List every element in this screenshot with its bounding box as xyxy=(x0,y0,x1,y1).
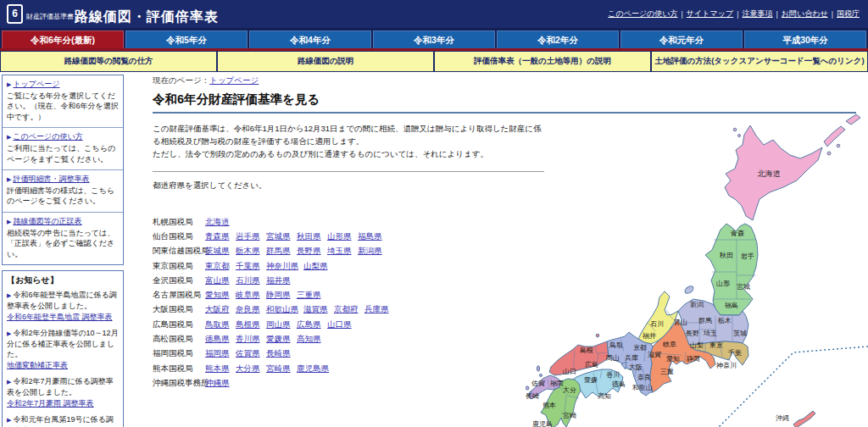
map-label: 長野 xyxy=(685,330,699,337)
map-label: 埼玉 xyxy=(703,330,717,337)
notice-link[interactable]: 令和2年7月豪雨 調整率表 xyxy=(7,399,94,408)
pref-link[interactable]: 滋賀県 xyxy=(303,304,329,315)
pref-link[interactable]: 岩手県 xyxy=(236,231,261,242)
map-label: 大分 xyxy=(563,386,576,394)
sidebar-nav-link[interactable]: このページの使い方 xyxy=(13,132,82,141)
sidebar-nav-link[interactable]: 評価明細書・調整率表 xyxy=(13,175,89,183)
pref-link[interactable]: 福岡県 xyxy=(205,348,231,359)
map-island-sado xyxy=(683,285,694,295)
pref-link[interactable]: 静岡県 xyxy=(266,290,292,301)
sidebar-nav-item: ▶路線価図等の正誤表相続税等の申告に当たっては、「正誤表」を必ずご確認ください。 xyxy=(3,213,123,264)
prefecture-links: 青森県岩手県宮城県秋田県山形県福島県 xyxy=(205,231,388,242)
pref-link[interactable]: 栃木県 xyxy=(236,246,261,257)
pref-link[interactable]: 宮崎県 xyxy=(266,363,292,374)
triangle-bullet-icon: ▶ xyxy=(7,379,11,385)
pref-link[interactable]: 奈良県 xyxy=(236,304,261,315)
pref-link[interactable]: 鳥取県 xyxy=(205,319,231,330)
pref-link[interactable]: 群馬県 xyxy=(266,246,292,257)
pref-link[interactable]: 青森県 xyxy=(205,231,231,242)
notice-item: ▶令和2年7月豪雨に係る調整率表を公開しました。令和2年7月豪雨 調整率表 xyxy=(3,374,123,413)
prefecture-links: 徳島県香川県愛媛県高知県 xyxy=(205,334,327,345)
pref-link[interactable]: 福島県 xyxy=(358,231,383,242)
pref-link[interactable]: 島根県 xyxy=(236,319,261,330)
sidebar-nav-link[interactable]: トップページ xyxy=(13,80,59,88)
header-link-2[interactable]: 注意事項 xyxy=(742,8,772,19)
notice-link[interactable]: 令和6年能登半島地震 調整率表 xyxy=(7,313,113,321)
pref-link[interactable]: 高知県 xyxy=(297,334,322,345)
sidebar-nav-item: ▶評価明細書・調整率表評価明細書等の様式は、こちらのページをご覧ください。 xyxy=(3,170,123,213)
tab-year-3[interactable]: 令和3年分 xyxy=(373,30,495,48)
pref-link[interactable]: 鹿児島県 xyxy=(297,363,329,374)
pref-link[interactable]: 秋田県 xyxy=(297,231,322,242)
prefecture-links: 沖縄県 xyxy=(205,378,236,389)
pref-link[interactable]: 長野県 xyxy=(297,246,322,257)
tab-year-1[interactable]: 令和5年分 xyxy=(125,30,248,48)
pref-link[interactable]: 香川県 xyxy=(236,334,261,345)
pref-link[interactable]: 和歌山県 xyxy=(266,304,298,315)
breadcrumb-link-top[interactable]: トップページ xyxy=(209,75,259,85)
header-link-1[interactable]: サイトマップ xyxy=(687,8,733,19)
map-label: 鹿児島 xyxy=(532,420,553,427)
map-label: 兵庫 xyxy=(625,354,638,362)
pref-link[interactable]: 石川県 xyxy=(236,275,261,286)
menu-item-1[interactable]: 路線価図の説明 xyxy=(218,52,433,71)
pref-link[interactable]: 長崎県 xyxy=(266,348,292,359)
pref-link[interactable]: 広島県 xyxy=(297,319,322,330)
pref-link[interactable]: 神奈川県 xyxy=(266,261,298,272)
pref-link[interactable]: 徳島県 xyxy=(205,334,231,345)
pref-link[interactable]: 宮城県 xyxy=(266,231,292,242)
description-line: ただし、法令で別段の定めのあるもの及び別に通達するものについては、それによります… xyxy=(153,147,544,160)
pref-link[interactable]: 茨城県 xyxy=(205,246,231,257)
tab-year-6[interactable]: 平成30年分 xyxy=(744,30,866,48)
map-island xyxy=(827,152,831,155)
menu-item-0[interactable]: 路線価図等の閲覧の仕方 xyxy=(1,52,216,71)
header-link-4[interactable]: 国税庁 xyxy=(837,8,860,19)
sidebar-nav-link[interactable]: 路線価図等の正誤表 xyxy=(13,217,81,225)
pref-link[interactable]: 大分県 xyxy=(236,363,261,374)
pref-link[interactable]: 大阪府 xyxy=(205,304,231,315)
menu-item-2[interactable]: 評価倍率表（一般の土地等用）の説明 xyxy=(435,52,650,71)
pref-link[interactable]: 愛知県 xyxy=(205,290,231,301)
pref-link[interactable]: 東京都 xyxy=(205,261,231,272)
pref-link[interactable]: 愛媛県 xyxy=(266,334,292,345)
pref-link[interactable]: 京都府 xyxy=(334,304,359,315)
tab-year-2[interactable]: 令和4年分 xyxy=(249,30,371,48)
pref-link[interactable]: 佐賀県 xyxy=(236,348,261,359)
bureau-name: 広島国税局 xyxy=(153,319,205,330)
map-region-okinawa[interactable] xyxy=(793,411,815,427)
map-label: 奈良 xyxy=(637,374,651,381)
notice-link[interactable]: 地価変動補正率表 xyxy=(7,361,68,369)
pref-link[interactable]: 山口県 xyxy=(327,319,353,330)
map-island xyxy=(733,128,737,131)
pref-link[interactable]: 千葉県 xyxy=(236,261,261,272)
pref-link[interactable]: 福井県 xyxy=(266,275,292,286)
sidebar-notice-box: 【お知らせ】 ▶令和6年能登半島地震に係る調整率表を公開しました。令和6年能登半… xyxy=(2,270,124,427)
pref-link[interactable]: 熊本県 xyxy=(205,363,231,374)
pref-link[interactable]: 山梨県 xyxy=(303,261,329,272)
menu-item-3[interactable]: 土地評価の方法(タックスアンサーコード一覧へのリンク) xyxy=(652,52,867,71)
sidebar-nav-item: ▶このページの使い方ご利用に当たっては、こちらのページをまずご覧ください。 xyxy=(3,128,123,170)
map-label: 愛媛 xyxy=(584,376,598,384)
pref-link[interactable]: 兵庫県 xyxy=(364,304,390,315)
sidebar-nav-desc: ご利用に当たっては、こちらのページをまずご覧ください。 xyxy=(7,143,119,164)
sidebar-nav-item: ▶トップページご覧になる年分を選択してください。（現在、令和6年分を選択中です。… xyxy=(3,75,123,128)
triangle-bullet-icon: ▶ xyxy=(7,330,11,336)
pref-link[interactable]: 三重県 xyxy=(297,290,322,301)
pref-link[interactable]: 北海道 xyxy=(205,217,231,228)
pref-link[interactable]: 富山県 xyxy=(205,275,231,286)
pref-link[interactable]: 岐阜県 xyxy=(236,290,261,301)
header-link-0[interactable]: このページの使い方 xyxy=(608,8,677,19)
tab-year-0[interactable]: 令和6年分(最新) xyxy=(2,30,124,48)
header-link-3[interactable]: お問い合わせ xyxy=(782,8,828,19)
map-label: 富山 xyxy=(674,319,687,326)
notice-item: ▶令和2年分路線価等の10～12月分に係る補正率表を公開しました。地価変動補正率… xyxy=(3,326,123,374)
bureau-name: 札幌国税局 xyxy=(153,217,205,228)
tab-year-4[interactable]: 令和2年分 xyxy=(497,30,619,48)
tab-year-5[interactable]: 令和元年分 xyxy=(620,30,743,48)
pref-link[interactable]: 山形県 xyxy=(327,231,353,242)
bureau-name: 熊本国税局 xyxy=(153,363,205,374)
pref-link[interactable]: 沖縄県 xyxy=(205,378,231,389)
pref-link[interactable]: 埼玉県 xyxy=(327,246,353,257)
pref-link[interactable]: 新潟県 xyxy=(358,246,383,257)
pref-link[interactable]: 岡山県 xyxy=(266,319,292,330)
